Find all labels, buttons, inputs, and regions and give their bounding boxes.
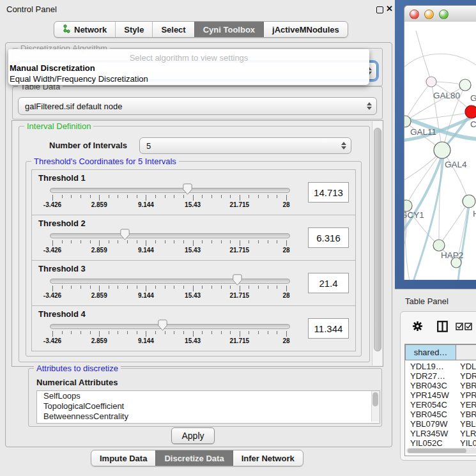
cell-name[interactable]: YBR0 [460, 410, 476, 419]
tick-label: 15.43 [185, 247, 201, 254]
network-edge-highlighted[interactable] [445, 114, 471, 147]
apply-button[interactable]: Apply [171, 427, 215, 444]
tick-mark [165, 240, 165, 243]
tab-network[interactable]: Network [54, 22, 115, 37]
algorithm-option-equal-width-frequency-discretization[interactable]: Equal Width/Frequency Discretization [10, 74, 148, 84]
tick-label: 15.43 [185, 337, 201, 344]
tick-mark [230, 286, 231, 289]
table-data-value: galFiltered.sif default node [25, 102, 122, 111]
node-hap2[interactable] [433, 240, 445, 251]
table-row[interactable]: YBR043CYBR0 [405, 381, 476, 390]
cell-name[interactable]: YBL0 [460, 419, 476, 429]
tab-style[interactable]: Style [115, 22, 152, 37]
tick-mark [240, 240, 240, 246]
tick-mark [268, 195, 268, 198]
tick-mark [174, 240, 174, 243]
scrollbar-thumb[interactable] [408, 449, 466, 453]
tick-mark [221, 240, 222, 243]
cell-name[interactable]: YDL1 [460, 362, 476, 371]
slider-track[interactable] [50, 324, 290, 329]
network-canvas[interactable]: GAL80GCGAL11GAL4GCY1HHAP2 [404, 22, 476, 280]
cell-name[interactable]: YLR3 [460, 429, 476, 438]
algorithm-option-manual-discretization[interactable]: Manual Discretization [10, 63, 95, 73]
table-row[interactable]: YER054CYER0 [405, 400, 476, 410]
tick-mark [221, 331, 222, 334]
node-green-top[interactable] [459, 79, 471, 91]
table-panel: Table Panel shared… n YDL19…YDL1YDR27…YD… [395, 289, 476, 476]
node-red[interactable] [465, 105, 476, 118]
table-data-combobox[interactable]: galFiltered.sif default node [18, 97, 377, 115]
float-window-icon[interactable] [376, 6, 383, 13]
split-columns-icon[interactable] [437, 321, 448, 334]
gear-icon[interactable] [412, 321, 423, 334]
checkbox-select-icon[interactable] [456, 323, 464, 332]
node-gal4[interactable] [434, 142, 450, 158]
cell-shared-name[interactable]: YPR145W [410, 390, 449, 400]
attribute-item-topologicalcoefficient[interactable]: TopologicalCoefficient [37, 401, 380, 411]
scrollbar-thumb[interactable] [372, 392, 378, 406]
tab-infer-network[interactable]: Infer Network [233, 450, 303, 466]
threshold-value-field[interactable]: 6.316 [308, 227, 349, 248]
node-h[interactable] [463, 195, 475, 208]
minimize-traffic-light[interactable] [424, 10, 434, 19]
slider-track[interactable] [50, 279, 290, 284]
tab-impute-data[interactable]: Impute Data [91, 450, 155, 466]
zoom-traffic-light[interactable] [439, 10, 449, 19]
tick-mark [62, 286, 63, 289]
cell-shared-name[interactable]: YER054C [410, 400, 447, 410]
slider-thumb[interactable] [158, 319, 167, 331]
node-pink[interactable] [426, 77, 436, 87]
close-traffic-light[interactable] [410, 10, 419, 19]
slider-track[interactable] [50, 188, 290, 193]
combo-stepper-icon [341, 142, 346, 150]
scrollbar-thumb[interactable] [374, 128, 381, 351]
table-row[interactable]: YDR27…YDR2 [405, 371, 476, 381]
network-edge-highlighted[interactable] [458, 205, 469, 280]
column-header-name[interactable]: n [456, 344, 476, 360]
table-row[interactable]: YBL079WYBL0 [405, 419, 476, 429]
cell-name[interactable]: YPR1 [460, 390, 476, 400]
threshold-value-field[interactable]: 14.713 [308, 182, 349, 203]
table-row[interactable]: YLR345WYLR3 [405, 429, 476, 438]
attributes-scrollbar [371, 391, 380, 422]
table-row[interactable]: YBR045CYBR0 [405, 410, 476, 419]
cell-shared-name[interactable]: YDL19… [410, 362, 444, 371]
panel-title: Control Panel [6, 4, 57, 14]
cell-shared-name[interactable]: YIL052C [410, 438, 443, 448]
cell-shared-name[interactable]: YBR043C [410, 381, 447, 390]
threshold-value-field[interactable]: 11.344 [308, 318, 349, 339]
column-header-shared-name[interactable]: shared… [405, 344, 456, 360]
checkbox-select-all-icon[interactable] [464, 323, 473, 332]
cell-name[interactable]: YER0 [460, 400, 476, 410]
network-edge[interactable] [443, 151, 468, 201]
tick-label: 28 [282, 201, 289, 208]
tab-select[interactable]: Select [152, 22, 194, 37]
slider-thumb[interactable] [183, 183, 192, 195]
cell-name[interactable]: YIL0 [460, 438, 476, 448]
node-label-c: C [470, 119, 476, 129]
network-edge[interactable] [404, 54, 476, 72]
tick-mark [202, 240, 203, 243]
tab-jactivemnodules[interactable]: jActiveMNodules [263, 22, 348, 37]
cell-shared-name[interactable]: YLR345W [410, 429, 448, 438]
number-of-intervals-combobox[interactable]: 5 [139, 137, 351, 154]
cell-name[interactable]: YDR2 [460, 371, 476, 381]
tab-discretize-data[interactable]: Discretize Data [155, 450, 232, 466]
table-row[interactable]: YDL19…YDL1 [405, 362, 476, 371]
tick-mark [183, 240, 184, 243]
attribute-item-betweennesscentrality[interactable]: BetweennessCentrality [37, 411, 380, 422]
threshold-value-field[interactable]: 21.4 [308, 273, 349, 293]
cell-shared-name[interactable]: YBR045C [410, 410, 447, 419]
cell-shared-name[interactable]: YBL079W [410, 419, 448, 429]
cell-shared-name[interactable]: YDR27… [410, 371, 445, 381]
slider-thumb[interactable] [233, 274, 242, 286]
attribute-item-selfloops[interactable]: SelfLoops [37, 391, 380, 401]
cell-name[interactable]: YBR0 [460, 381, 476, 390]
table-row[interactable]: YIL052CYIL0 [405, 438, 476, 448]
tab-cyni-toolbox[interactable]: Cyni Toolbox [194, 22, 263, 37]
slider-thumb[interactable] [120, 229, 130, 240]
table-row[interactable]: YPR145WYPR1 [405, 390, 476, 400]
close-icon[interactable]: ✕ [386, 4, 393, 13]
network-edge[interactable] [405, 82, 431, 121]
slider-track[interactable] [50, 233, 290, 238]
